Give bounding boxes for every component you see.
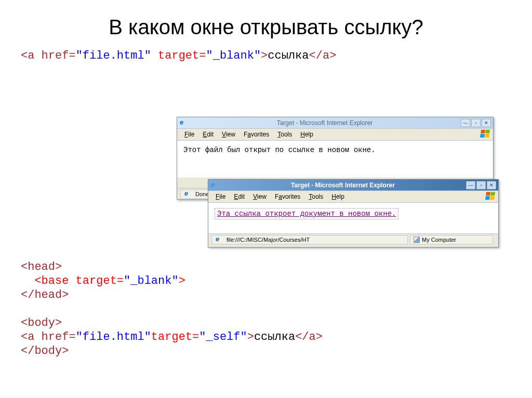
maximize-button[interactable]: ▫ xyxy=(476,181,486,189)
titlebar: Target - Microsoft Internet Explorer — ▫… xyxy=(177,117,493,129)
windows-logo-icon xyxy=(486,192,496,201)
window-title: Target - Microsoft Internet Explorer xyxy=(189,119,461,127)
my-computer-icon xyxy=(414,237,420,243)
menu-help[interactable]: Help xyxy=(296,130,317,139)
browser-windows-illustration: Target - Microsoft Internet Explorer — ▫… xyxy=(177,117,501,252)
statusbar: file:///C:/MISC/Major/Courses/HT My Comp… xyxy=(208,234,498,245)
ie-icon xyxy=(184,190,191,198)
menu-file[interactable]: File xyxy=(211,192,230,201)
menubar: File Edit View Favorites Tools Help xyxy=(208,191,498,202)
menu-favorites[interactable]: Favorites xyxy=(271,192,304,201)
menu-tools[interactable]: Tools xyxy=(273,130,296,139)
code-example-1: <a href="file.html" target="_blank">ссыл… xyxy=(21,49,511,62)
ie-icon xyxy=(215,236,222,243)
menu-favorites[interactable]: Favorites xyxy=(240,130,273,139)
titlebar: Target - Microsoft Internet Explorer — ▫… xyxy=(208,180,498,191)
page-content: Этот файл был открыт по ссылке в новом о… xyxy=(177,140,493,177)
menu-file[interactable]: File xyxy=(180,130,198,139)
menubar: File Edit View Favorites Tools Help xyxy=(177,129,493,140)
code-example-2: <head> <base target="_blank"> </head> <b… xyxy=(21,259,323,359)
status-zone: My Computer xyxy=(410,235,493,244)
menu-view[interactable]: View xyxy=(249,192,271,201)
status-url: file:///C:/MISC/Major/Courses/HT xyxy=(211,235,408,244)
ie-icon xyxy=(179,119,187,127)
menu-tools[interactable]: Tools xyxy=(304,192,327,201)
close-button[interactable]: ✕ xyxy=(487,181,496,189)
close-button[interactable]: ✕ xyxy=(482,119,491,127)
minimize-button[interactable]: — xyxy=(461,119,470,127)
slide-title: В каком окне открывать ссылку? xyxy=(21,16,511,39)
page-content: Эта ссылка откроет документ в новом окне… xyxy=(208,202,498,234)
menu-help[interactable]: Help xyxy=(327,192,349,201)
minimize-button[interactable]: — xyxy=(466,181,475,189)
windows-logo-icon xyxy=(481,130,491,139)
menu-view[interactable]: View xyxy=(218,130,240,139)
menu-edit[interactable]: Edit xyxy=(230,192,249,201)
window-title: Target - Microsoft Internet Explorer xyxy=(220,182,466,189)
maximize-button[interactable]: ▫ xyxy=(471,119,481,127)
ie-window-foreground: Target - Microsoft Internet Explorer — ▫… xyxy=(208,179,499,248)
ie-icon xyxy=(210,182,218,189)
menu-edit[interactable]: Edit xyxy=(198,130,218,139)
link-text[interactable]: Эта ссылка откроет документ в новом окне… xyxy=(215,208,398,219)
